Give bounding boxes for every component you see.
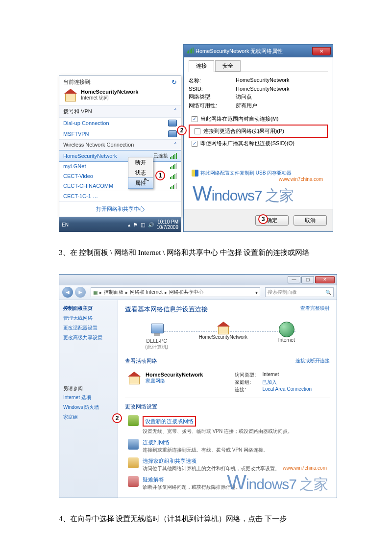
cancel-button[interactable]: 取消	[294, 215, 327, 226]
chevron-up-icon: ˄	[174, 108, 177, 115]
active-name: HomeSecurityNetwork	[146, 372, 230, 378]
connection-link[interactable]: Local Area Connection	[262, 386, 312, 393]
full-map-link[interactable]: 查看完整映射	[300, 305, 330, 312]
annotation-2: 2	[177, 126, 187, 135]
control-panel-window: — ▢ ✕ ◄ ► ▦ ▸控制面板 ▸网络和 Internet ▸网络和共享中心…	[59, 274, 337, 498]
wifi-item-truncated[interactable]: CECT-1C-1 …	[59, 191, 181, 201]
tab-connection[interactable]: 连接	[189, 60, 214, 72]
watermark: Windows7之家	[189, 182, 328, 206]
maximize-button[interactable]: ▢	[301, 276, 314, 283]
signal-icon	[170, 173, 177, 179]
tray-expand-icon[interactable]: ▴	[128, 222, 130, 227]
seealso-head: 另请参阅	[63, 385, 114, 392]
back-button[interactable]: ◄	[62, 287, 73, 298]
task-icon	[128, 476, 139, 487]
close-button[interactable]: ✕	[312, 47, 331, 55]
figure-2: — ▢ ✕ ◄ ► ▦ ▸控制面板 ▸网络和 Internet ▸网络和共享中心…	[59, 274, 333, 498]
volume-icon[interactable]: 🔊	[148, 222, 154, 227]
wifi-item[interactable]: CECT-CHINACOMM	[59, 181, 181, 191]
seealso-item[interactable]: Internet 选项	[63, 394, 114, 401]
modem-icon	[168, 120, 177, 126]
flyout-header: 当前连接到:	[63, 78, 92, 86]
annotation-3: 3	[258, 214, 268, 224]
fields: 名称:HomeSecurityNetwork SSID:HomeSecurity…	[189, 77, 328, 109]
figure-1: 当前连接到: ↻ HomeSecurityNetwork Internet 访问…	[59, 44, 333, 232]
control-panel-icon: ▦	[93, 290, 98, 295]
sidebar-item[interactable]: 更改高级共享设置	[63, 334, 114, 341]
open-network-center-link[interactable]: 打开网络和共享中心	[59, 201, 181, 217]
tray: ▴ ⚑ ◫ 🔊 10:10 PM 10/7/2009	[128, 219, 179, 230]
main-area: 查看基本网络信息并设置连接 查看完整映射 DELL-PC(此计算机) HomeS…	[118, 300, 337, 498]
task-new-connection[interactable]: 设置新的连接或网络 设置无线、宽带、拨号、临时或 VPN 连接；或设置路由器或访…	[125, 413, 330, 437]
forward-button[interactable]: ►	[75, 287, 86, 298]
seealso-item[interactable]: Windows 防火墙	[63, 404, 114, 411]
current-network-name: HomeSecurityNetwork	[81, 89, 138, 95]
watermark-url: www.win7china.com	[189, 177, 328, 182]
search-icon: 🔍	[325, 290, 331, 295]
wifi-item-selected[interactable]: HomeSecurityNetwork已连接	[59, 150, 181, 162]
task-icon	[128, 439, 139, 450]
watermark: www.win7china.com Windows7之家	[223, 467, 332, 495]
search-input[interactable]: 搜索控制面板🔍	[265, 287, 334, 297]
wifi-item[interactable]: myLGNet	[59, 161, 181, 171]
globe-icon	[279, 322, 294, 337]
house-icon	[216, 322, 230, 334]
check-connect-hidden[interactable]: ✓即使网络未广播其名称也连接(SSID)(Q)	[189, 139, 328, 148]
wifi-properties-dialog: HomeSecurityNetwork 无线网络属性 ✕ 连接 安全 名称:Ho…	[183, 44, 333, 232]
taskbar: EN ▴ ⚑ ◫ 🔊 10:10 PM 10/7/2009	[59, 217, 181, 232]
ctx-status[interactable]: 状态	[128, 168, 153, 178]
ctx-disconnect[interactable]: 断开	[128, 157, 153, 168]
tab-security[interactable]: 安全	[215, 60, 241, 72]
current-network-sub: Internet 访问	[81, 95, 138, 101]
house-icon	[127, 372, 141, 384]
network-map: DELL-PC(此计算机) HomeSecurityNetwork Intern…	[125, 319, 330, 353]
signal-icon	[187, 48, 194, 53]
active-network: HomeSecurityNetwork 家庭网络 访问类型:Internet 家…	[125, 368, 330, 398]
section-dialup[interactable]: 拨号和 VPN˄	[59, 105, 181, 118]
modem-icon	[168, 130, 177, 137]
step-4-text: 4、在向导中选择 设置无线临时（计算机到计算机）网络，点击 下一步	[59, 513, 333, 526]
nav-bar: ◄ ► ▦ ▸控制面板 ▸网络和 Internet ▸网络和共享中心 ▾ 搜索控…	[59, 285, 337, 300]
task-connect[interactable]: 连接到网络连接到或重新连接到无线、有线、拨号或 VPN 网络连接。	[125, 437, 330, 455]
sidebar-item[interactable]: 更改适配器设置	[63, 325, 114, 331]
breadcrumb[interactable]: ▦ ▸控制面板 ▸网络和 Internet ▸网络和共享中心 ▾	[91, 287, 260, 297]
lang-indicator[interactable]: EN	[62, 222, 69, 227]
section-wireless[interactable]: Wireless Network Connection˄	[59, 139, 181, 151]
seealso-item[interactable]: 家庭组	[63, 414, 114, 421]
dialup-item[interactable]: MSFTVPN	[59, 128, 181, 139]
sidebar: 控制面板主页 管理无线网络 更改适配器设置 更改高级共享设置 另请参阅 Inte…	[59, 300, 118, 498]
clock[interactable]: 10:10 PM 10/7/2009	[157, 219, 179, 230]
pc-icon	[148, 322, 166, 337]
active-sub-link[interactable]: 家庭网络	[146, 378, 230, 384]
shield-icon	[192, 170, 198, 177]
annotation-1: 1	[155, 171, 165, 180]
signal-icon	[170, 163, 177, 169]
close-button[interactable]: ✕	[315, 276, 335, 283]
page-title: 查看基本网络信息并设置连接	[125, 305, 208, 314]
minimize-button[interactable]: —	[288, 276, 300, 283]
dialog-titlebar: HomeSecurityNetwork 无线网络属性 ✕	[184, 45, 333, 57]
flag-icon[interactable]: ⚑	[133, 222, 138, 227]
network-icon[interactable]: ◫	[141, 222, 145, 227]
change-head: 更改网络设置	[125, 403, 157, 410]
house-icon	[63, 89, 77, 101]
dialup-item[interactable]: Dial-up Connection	[59, 118, 181, 128]
highlight-box: 连接到更适合的网络(如果可用)(P)	[189, 125, 328, 138]
refresh-icon[interactable]: ↻	[172, 78, 177, 86]
task-icon	[128, 457, 139, 468]
step-3-text: 3、在 控制面板 \ 网络和 Internet \ 网络和共享中心 中选择 设置…	[59, 247, 333, 259]
check-auto-connect[interactable]: ✓当此网络在范围内时自动连接(M)	[189, 114, 328, 124]
connect-disconnect-link[interactable]: 连接或断开连接	[295, 357, 330, 365]
context-menu: 断开 状态 属性	[128, 157, 153, 189]
active-head: 查看活动网络	[125, 357, 157, 365]
dialog-title: HomeSecurityNetwork 无线网络属性	[196, 48, 283, 55]
homegroup-link[interactable]: 已加入	[262, 379, 277, 386]
flyout-column: 当前连接到: ↻ HomeSecurityNetwork Internet 访问…	[59, 75, 181, 232]
cp-titlebar: — ▢ ✕	[59, 275, 337, 285]
network-flyout: 当前连接到: ↻ HomeSecurityNetwork Internet 访问…	[59, 75, 181, 217]
annotation-2: 2	[112, 413, 122, 423]
sidebar-item[interactable]: 管理无线网络	[63, 315, 114, 322]
signal-icon	[170, 153, 177, 159]
check-connect-better[interactable]: 连接到更适合的网络(如果可用)(P)	[192, 126, 325, 136]
task-icon	[128, 415, 139, 426]
